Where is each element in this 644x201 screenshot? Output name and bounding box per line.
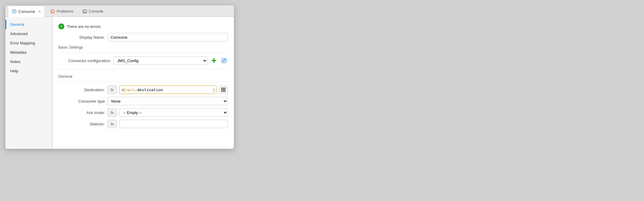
tab-console[interactable]: Console: [79, 6, 107, 17]
destination-suffix: ]: [213, 88, 214, 92]
display-name-row: Display Name:: [58, 33, 228, 41]
connector-config-select[interactable]: JMS_Config: [113, 56, 207, 65]
console-icon: [82, 9, 87, 14]
main-content: General Advanced Error Mapping Metadata …: [5, 17, 234, 149]
svg-point-1: [51, 10, 54, 13]
destination-fx-button[interactable]: fx: [107, 86, 117, 94]
general-divider: [58, 82, 228, 82]
status-bar: ✓ There are no errors.: [58, 21, 228, 33]
status-success-icon: ✓: [58, 23, 64, 29]
svg-rect-10: [224, 88, 225, 89]
problems-icon: [50, 9, 55, 14]
general-section-header: General: [58, 74, 228, 79]
tab-problems[interactable]: Problems: [47, 6, 77, 17]
sidebar-item-general[interactable]: General: [5, 20, 52, 29]
expression-editor-button[interactable]: [219, 86, 228, 94]
svg-rect-8: [221, 88, 222, 89]
tab-problems-label: Problems: [57, 9, 73, 14]
svg-rect-16: [224, 91, 225, 92]
sidebar-item-error-mapping[interactable]: Error Mapping: [5, 38, 52, 48]
add-connector-button[interactable]: ✚: [210, 57, 218, 64]
tab-consume-label: Consume: [18, 9, 35, 14]
destination-prefix: #[: [121, 88, 125, 92]
edit-icon: [221, 58, 227, 63]
sidebar-item-notes[interactable]: Notes: [5, 57, 52, 66]
consumer-type-select[interactable]: None: [107, 97, 228, 105]
ack-mode-row: Ack mode: fx -- Empty --: [58, 108, 228, 117]
selector-row: Selector: fx: [58, 120, 228, 128]
consumer-type-row: Consumer type None: [58, 97, 228, 105]
consume-icon: [12, 9, 17, 14]
edit-connector-button[interactable]: [220, 57, 228, 64]
content-area: ✓ There are no errors. Display Name: Bas…: [52, 17, 234, 149]
destination-row: Destination: fx #[ vars.destination ]: [58, 86, 228, 94]
tab-consume-close[interactable]: ✕: [38, 10, 41, 14]
svg-rect-12: [223, 89, 224, 90]
connector-config-label: Connector configuration:: [58, 58, 111, 63]
basic-settings-header: Basic Settings: [58, 45, 228, 50]
destination-input-wrapper: #[ vars.destination ]: [119, 86, 216, 94]
svg-rect-9: [223, 88, 224, 89]
app-window: Consume ✕ Problems Console Gene: [5, 5, 234, 149]
ack-mode-select[interactable]: -- Empty --: [119, 108, 228, 117]
grid-icon: [221, 87, 226, 92]
selector-fx-button[interactable]: fx: [107, 120, 117, 128]
destination-code-rest: .destination: [135, 88, 163, 92]
sidebar-item-metadata[interactable]: Metadata: [5, 48, 52, 57]
selector-input[interactable]: [119, 120, 228, 128]
sidebar-item-help[interactable]: Help: [5, 66, 52, 76]
consumer-type-label: Consumer type: [58, 99, 105, 104]
svg-rect-14: [221, 91, 222, 92]
plus-icon: ✚: [211, 57, 216, 64]
destination-label: Destination:: [58, 88, 105, 92]
sidebar: General Advanced Error Mapping Metadata …: [5, 17, 52, 149]
svg-rect-11: [221, 89, 222, 90]
status-message: There are no errors.: [67, 24, 102, 29]
tab-console-label: Console: [89, 9, 103, 14]
destination-keyword: vars: [125, 88, 135, 92]
svg-rect-13: [224, 89, 225, 90]
tab-bar: Consume ✕ Problems Console: [5, 5, 234, 17]
ack-mode-fx-button[interactable]: fx: [107, 108, 117, 117]
basic-settings-divider: [58, 52, 228, 53]
connector-config-row: Connector configuration: JMS_Config ✚: [58, 56, 228, 65]
svg-point-2: [51, 10, 52, 11]
svg-point-3: [53, 10, 54, 11]
destination-code[interactable]: vars.destination: [125, 88, 213, 92]
ack-mode-label: Ack mode:: [58, 110, 105, 115]
svg-rect-15: [223, 91, 224, 92]
general-section: General Destination: fx #[ vars.destinat…: [58, 69, 228, 128]
tab-consume[interactable]: Consume ✕: [8, 6, 45, 17]
sidebar-item-advanced[interactable]: Advanced: [5, 29, 52, 38]
selector-label: Selector:: [58, 122, 105, 126]
display-name-label: Display Name:: [58, 35, 105, 40]
display-name-input[interactable]: [108, 33, 228, 41]
